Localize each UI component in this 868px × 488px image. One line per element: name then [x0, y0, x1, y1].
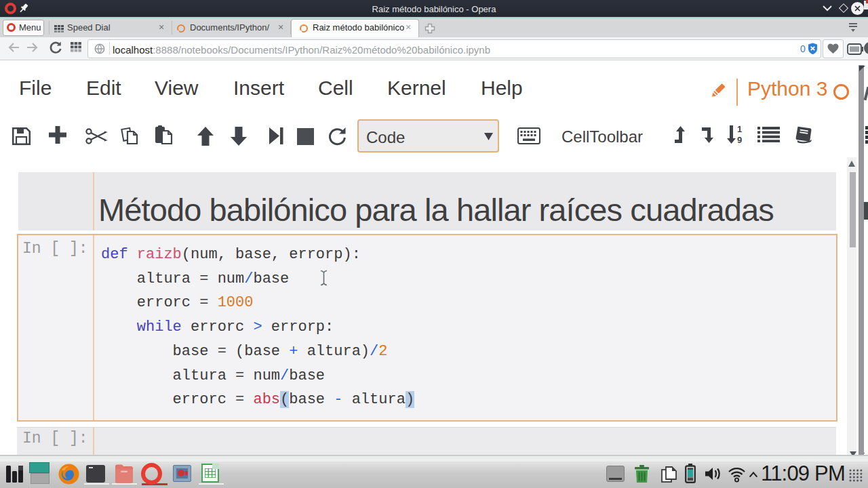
- svg-text:9: 9: [737, 135, 742, 144]
- svg-text:1: 1: [737, 125, 742, 134]
